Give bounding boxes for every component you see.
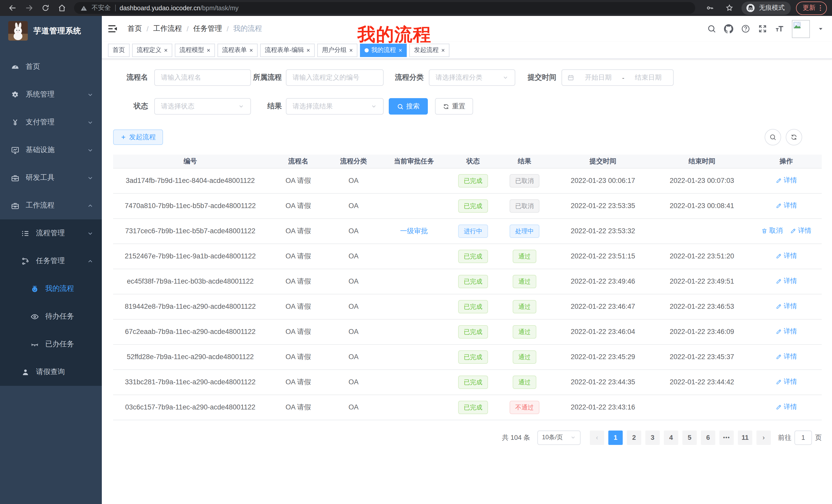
status-badge: 已完成 [458,400,488,414]
detail-link[interactable]: 详情 [775,402,797,412]
sidebar-item-11[interactable]: 请假查询 [0,358,102,386]
detail-link[interactable]: 详情 [775,277,797,286]
back-icon[interactable] [5,2,20,14]
home-icon[interactable] [54,2,69,14]
tab-5[interactable]: 用户分组× [317,44,357,57]
sidebar-item-label: 已办任务 [45,340,74,349]
update-label: 更新 [803,4,815,12]
search-button[interactable]: 搜索 [389,98,428,115]
address-bar[interactable]: 不安全 dashboard.yudao.iocoder.cn/bpm/task/… [74,2,695,14]
table-row: 3ad174fb-7b9d-11ec-8404-acde48001122OA 请… [113,168,822,193]
cell-current-task[interactable]: 一级审批 [378,218,450,244]
cell-status: 已完成 [450,294,496,319]
reset-button[interactable]: 重置 [435,98,473,115]
kebab-menu-icon[interactable] [816,4,824,12]
page-button-4[interactable]: 4 [664,430,678,445]
show-search-button[interactable] [765,129,781,145]
cell-actions: 详情 [751,168,822,193]
submit-time-range-input[interactable]: 开始日期 - 结束日期 [562,69,674,86]
goto-page-input[interactable]: 1 [795,430,812,445]
close-icon[interactable]: × [349,47,353,53]
close-icon[interactable]: × [307,47,310,53]
page-ellipsis[interactable]: ••• [719,430,734,445]
page-button-2[interactable]: 2 [627,430,641,445]
close-icon[interactable]: × [250,47,253,53]
tab-label: 流程定义 [137,46,161,54]
result-select[interactable]: 请选择流结果 [286,98,384,115]
sidebar-item-0[interactable]: 首页 [0,53,102,81]
detail-link[interactable]: 详情 [775,251,797,261]
status-badge: 已完成 [458,174,488,187]
table-row: 2152467e-7b9b-11ec-9a1b-acde48001122OA 请… [113,244,822,269]
refresh-table-button[interactable] [786,129,802,145]
page-button-11[interactable]: 11 [738,430,752,445]
cell-id: ec45f38f-7b9a-11ec-b03b-acde48001122 [113,269,267,294]
key-icon[interactable] [702,2,717,14]
reload-icon[interactable] [38,2,52,14]
help-icon[interactable] [741,24,750,33]
prev-page-button[interactable]: ‹ [590,430,604,445]
sidebar-item-6[interactable]: 流程管理 [0,219,102,247]
font-size-icon[interactable] [775,24,784,33]
detail-link[interactable]: 详情 [775,377,797,387]
sidebar-item-1[interactable]: 系统管理 [0,81,102,108]
close-icon[interactable]: × [398,47,402,53]
detail-link[interactable]: 详情 [790,226,811,235]
sidebar-item-10[interactable]: 已办任务 [0,330,102,358]
sidebar-collapse-icon[interactable] [107,23,118,34]
breadcrumb-item[interactable]: 首页 [128,24,142,33]
table-row: ec45f38f-7b9a-11ec-b03b-acde48001122OA 请… [113,269,822,294]
page-button-1[interactable]: 1 [608,430,623,445]
sidebar-item-8[interactable]: 我的流程 [0,275,102,303]
fullscreen-icon[interactable] [758,24,767,33]
sidebar-item-label: 支付管理 [26,118,54,127]
avatar[interactable] [792,20,810,38]
next-page-button[interactable]: › [756,430,771,445]
status-select[interactable]: 请选择状态 [154,98,251,115]
tab-3[interactable]: 流程表单× [217,44,258,57]
search-icon[interactable] [707,24,716,33]
cell-result: 已取消 [496,193,553,218]
sidebar-item-9[interactable]: 待办任务 [0,303,102,330]
tab-1[interactable]: 流程定义× [132,44,172,57]
breadcrumb-item[interactable]: 工作流程 [153,24,182,33]
forward-icon[interactable] [22,2,36,14]
chevron-down-icon[interactable] [817,26,824,32]
app-logo-row[interactable]: 芋道管理系统 [0,16,102,46]
sidebar-item-2[interactable]: 支付管理 [0,108,102,136]
sidebar-item-3[interactable]: 基础设施 [0,136,102,164]
close-icon[interactable]: × [207,47,210,53]
update-button[interactable]: 更新 [796,1,827,15]
page-button-5[interactable]: 5 [682,430,697,445]
page-button-6[interactable]: 6 [701,430,715,445]
star-icon[interactable] [722,2,736,14]
page-button-3[interactable]: 3 [645,430,660,445]
detail-link[interactable]: 详情 [775,302,797,311]
page-size-select[interactable]: 10条/页 [537,430,580,445]
sidebar-item-7[interactable]: 任务管理 [0,247,102,275]
process-def-input[interactable]: 请输入流程定义的编号 [286,69,384,86]
detail-link[interactable]: 详情 [775,176,797,185]
detail-link[interactable]: 详情 [775,201,797,211]
github-icon[interactable] [724,24,733,33]
process-name-input[interactable]: 请输入流程名 [154,69,251,86]
status-badge: 进行中 [458,224,488,237]
close-icon[interactable]: × [441,47,445,53]
cell-id: 3ad174fb-7b9d-11ec-8404-acde48001122 [113,168,267,193]
category-select[interactable]: 请选择流程分类 [429,69,515,86]
create-process-button[interactable]: 发起流程 [113,130,163,145]
cell-category: OA [329,319,378,344]
breadcrumb-item[interactable]: 任务管理 [193,24,222,33]
cancel-link[interactable]: 取消 [761,226,783,235]
tab-0[interactable]: 首页 [108,44,130,57]
sidebar-item-4[interactable]: 研发工具 [0,164,102,192]
breadcrumb-separator: / [187,25,189,33]
tab-4[interactable]: 流程表单-编辑× [260,44,315,57]
sidebar-item-5[interactable]: 工作流程 [0,192,102,219]
cell-category: OA [329,193,378,218]
tab-2[interactable]: 流程模型× [175,44,215,57]
detail-link[interactable]: 详情 [775,352,797,361]
detail-link[interactable]: 详情 [775,327,797,336]
sidebar-item-label: 研发工具 [26,173,54,183]
close-icon[interactable]: × [164,47,167,53]
